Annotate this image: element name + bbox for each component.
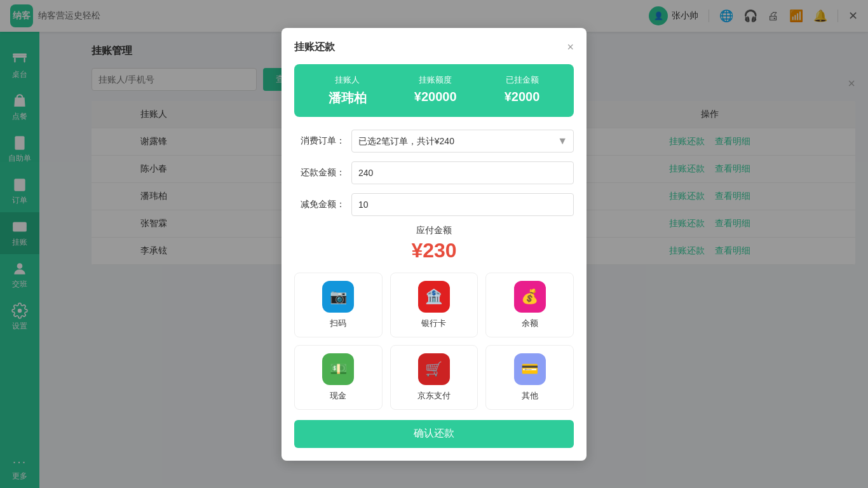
payment-icon-pay-jd: 🛒	[418, 353, 450, 385]
dialog: 挂账还款 × 挂账人 潘玮柏 挂账额度 ¥20000 已挂金额 ¥2000 消费…	[281, 28, 587, 461]
payment-label-pay-jd: 京东支付	[417, 390, 451, 402]
info-card: 挂账人 潘玮柏 挂账额度 ¥20000 已挂金额 ¥2000	[294, 64, 574, 117]
info-value-1: 潘玮柏	[329, 90, 367, 107]
payment-icon-pay-cash: 💵	[322, 353, 354, 385]
info-value-3: ¥2000	[505, 90, 540, 104]
payment-pay-balance[interactable]: 💰 余额	[485, 273, 574, 337]
payment-icon-pay-bank: 🏦	[418, 281, 450, 313]
background-close-button[interactable]: ×	[848, 76, 855, 91]
payment-pay-scan[interactable]: 📷 扫码	[294, 273, 383, 337]
amount-label: 还款金额：	[294, 167, 345, 179]
payment-label-pay-bank: 银行卡	[421, 318, 446, 329]
modal-overlay: × 挂账还款 × 挂账人 潘玮柏 挂账额度 ¥20000 已挂金额 ¥2000 …	[0, 0, 868, 488]
info-label-1: 挂账人	[335, 74, 360, 86]
payment-label-pay-other: 其他	[522, 390, 538, 402]
payment-icon-pay-balance: 💰	[514, 281, 546, 313]
info-label-2: 挂账额度	[419, 74, 452, 86]
payment-label-pay-balance: 余额	[522, 318, 538, 329]
due-label: 应付金额	[294, 225, 574, 236]
amount-input[interactable]	[351, 161, 574, 184]
info-label-3: 已挂金额	[506, 74, 539, 86]
discount-label: 减免金额：	[294, 199, 345, 210]
payment-pay-jd[interactable]: 🛒 京东支付	[390, 345, 478, 410]
info-account-holder: 挂账人 潘玮柏	[329, 74, 367, 107]
due-section: 应付金额 ¥230	[294, 225, 574, 262]
payment-label-pay-cash: 现金	[330, 390, 346, 402]
order-label: 消费订单：	[294, 135, 345, 147]
payment-grid: 📷 扫码 🏦 银行卡 💰 余额 💵 现金 🛒 京东支付 💳 其他	[294, 273, 574, 410]
payment-icon-pay-scan: 📷	[322, 281, 354, 313]
info-value-2: ¥20000	[414, 90, 457, 104]
dialog-close-button[interactable]: ×	[567, 41, 574, 54]
dialog-title: 挂账还款	[294, 41, 335, 54]
payment-pay-bank[interactable]: 🏦 银行卡	[390, 273, 478, 337]
payment-label-pay-scan: 扫码	[330, 318, 346, 329]
discount-input[interactable]	[351, 193, 574, 216]
info-credit-limit: 挂账额度 ¥20000	[414, 74, 457, 107]
amount-row: 还款金额：	[294, 161, 574, 184]
payment-icon-pay-other: 💳	[514, 353, 546, 385]
confirm-button[interactable]: 确认还款	[294, 420, 574, 448]
payment-pay-other[interactable]: 💳 其他	[485, 345, 574, 410]
dialog-header: 挂账还款 ×	[294, 41, 574, 54]
payment-pay-cash[interactable]: 💵 现金	[294, 345, 383, 410]
order-row: 消费订单： 已选2笔订单，共计¥240 ▼	[294, 130, 574, 152]
order-select-wrapper: 已选2笔订单，共计¥240 ▼	[351, 130, 574, 152]
order-select[interactable]: 已选2笔订单，共计¥240	[351, 130, 574, 152]
discount-row: 减免金额：	[294, 193, 574, 216]
due-amount: ¥230	[294, 239, 574, 262]
info-credited-amount: 已挂金额 ¥2000	[505, 74, 540, 107]
